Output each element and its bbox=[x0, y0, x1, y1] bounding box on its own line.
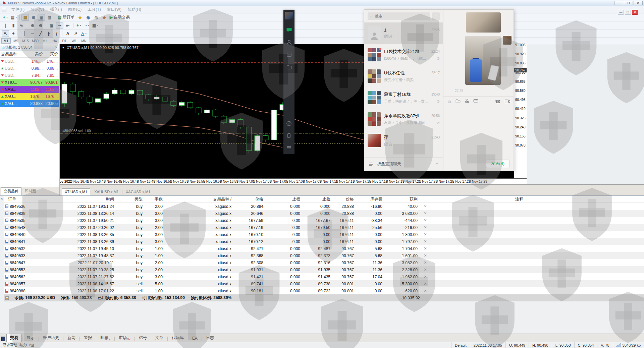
profiles-button[interactable]: ▤▾ bbox=[10, 14, 18, 21]
close-order-button[interactable]: ✕ bbox=[422, 211, 429, 216]
zoom-in-button[interactable]: ⊕ bbox=[29, 22, 36, 29]
market-watch-row[interactable]: XAU...1676...1676... bbox=[0, 93, 59, 100]
fibonacci-button[interactable]: ƒ bbox=[53, 30, 60, 37]
menu-item-3[interactable]: 图表(C) bbox=[65, 7, 85, 12]
orders-column-8[interactable]: 价格 bbox=[334, 196, 358, 202]
text-label-button[interactable]: A bbox=[64, 30, 71, 37]
metaquotes-button[interactable]: ◆ bbox=[76, 14, 84, 21]
chart-dropdown-icon[interactable]: ▼ bbox=[62, 46, 65, 49]
new-order-button[interactable]: ▤新订单 bbox=[57, 14, 75, 21]
horizontal-line-button[interactable]: ─ bbox=[29, 30, 36, 37]
market-watch-row[interactable]: USD...146....146.... bbox=[0, 58, 59, 65]
market-watch-column-1[interactable]: 卖价 bbox=[29, 51, 44, 57]
templates-button[interactable]: ▦▾ bbox=[91, 22, 99, 29]
terminal-tab-9[interactable]: 代码库 bbox=[168, 334, 187, 342]
close-order-button[interactable]: ✕ bbox=[422, 275, 429, 279]
shapes-button[interactable]: △▾ bbox=[80, 30, 88, 37]
chat-list-item[interactable]: U钱不任性22:17麦兜小可爱：确实 bbox=[364, 65, 443, 87]
close-order-button[interactable]: ✕ bbox=[422, 218, 429, 223]
timeframe-h4-button[interactable]: H4 bbox=[50, 38, 59, 44]
timeframe-m5-button[interactable]: M5 bbox=[11, 38, 20, 44]
periods-button[interactable]: ◔▾ bbox=[83, 22, 91, 29]
terminal-side-strip[interactable]: ✕ bbox=[0, 196, 4, 301]
emoji-icon[interactable]: ☺ bbox=[447, 99, 451, 104]
chat-history-icon[interactable] bbox=[473, 99, 478, 104]
order-row[interactable]: 88495482022.11.07 20:26:02buy2.00xauusd.… bbox=[4, 224, 644, 231]
chart-tab-0[interactable]: XTIUSD.x,M1 bbox=[62, 188, 90, 195]
market-watch-tab-1[interactable]: 即时图 bbox=[22, 187, 39, 195]
tile-windows-button[interactable]: ▣ bbox=[48, 22, 55, 29]
orders-column-0[interactable]: 订单 bbox=[4, 196, 54, 202]
orders-column-7[interactable]: 止盈 bbox=[304, 196, 334, 202]
channel-button[interactable]: ∦ bbox=[45, 30, 52, 37]
timeframe-m15-button[interactable]: M15 bbox=[21, 38, 30, 44]
menu-item-1[interactable]: 显示(V) bbox=[28, 7, 47, 12]
close-order-button[interactable]: ✕ bbox=[422, 232, 429, 237]
terminal-tab-6[interactable]: 市场97 bbox=[115, 334, 134, 342]
timeframe-d1-button[interactable]: D1 bbox=[60, 38, 69, 44]
voice-call-icon[interactable]: ☎ bbox=[495, 99, 501, 104]
arrow-tool-button[interactable]: ↗ bbox=[72, 30, 79, 37]
cursor-button[interactable]: ↖ bbox=[2, 30, 9, 37]
order-row[interactable]: 88499882022.11.08 17:01:22sell1.00xtiusd… bbox=[4, 287, 644, 294]
close-order-button[interactable]: ✕ bbox=[422, 268, 429, 272]
market-watch-column-0[interactable]: 交易品种 bbox=[0, 51, 29, 57]
timeframe-mn-button[interactable]: MN bbox=[79, 38, 89, 44]
close-order-button[interactable]: ✕ bbox=[422, 246, 429, 251]
order-row[interactable]: 88495532022.11.07 20:38:25buy2.00xtiusd.… bbox=[4, 266, 644, 273]
order-row[interactable]: 88495622022.11.07 21:27:52buy3.00xtiusd.… bbox=[4, 273, 644, 280]
timeframe-m1-button[interactable]: M1 bbox=[1, 38, 11, 44]
navigator-button[interactable]: ▣ bbox=[38, 14, 45, 21]
market-watch-row[interactable]: XTIU...90.76790.801 bbox=[0, 79, 59, 86]
new-chart-button[interactable]: +▾ bbox=[2, 14, 9, 21]
orders-column-2[interactable]: 类型 bbox=[118, 196, 147, 202]
orders-column-6[interactable]: 止损 bbox=[267, 196, 304, 202]
timeframe-w1-button[interactable]: W1 bbox=[69, 38, 79, 44]
photo-message[interactable] bbox=[466, 12, 501, 33]
order-row[interactable]: 88498572022.11.08 14:15:57sell5.00xtiusd… bbox=[4, 280, 644, 287]
market-watch-button[interactable]: ▦ bbox=[21, 14, 29, 21]
close-order-button[interactable]: ✕ bbox=[422, 239, 429, 244]
timeframe-h1-button[interactable]: H1 bbox=[40, 38, 50, 44]
autotrading-button[interactable]: ▶自动交易 bbox=[109, 14, 131, 21]
terminal-tab-11[interactable]: 日志 bbox=[202, 334, 218, 342]
terminal-tab-5[interactable]: 邮箱7 bbox=[97, 334, 114, 342]
wechat-favorites-icon[interactable] bbox=[286, 52, 292, 59]
order-row[interactable]: 88495362022.11.07 19:51:24buy2.00xagusd.… bbox=[4, 203, 644, 210]
order-row[interactable]: 88498412022.11.08 13:26:39buy3.00xauusd.… bbox=[4, 238, 644, 245]
terminal-tab-4[interactable]: 警报 bbox=[80, 334, 96, 342]
candlestick-chart-button[interactable]: ▮ bbox=[10, 22, 17, 29]
close-order-button[interactable]: ✕ bbox=[422, 282, 429, 286]
market-watch-row[interactable]: XAG...20.88820.905 bbox=[0, 100, 59, 107]
chat-list-item[interactable]: 萍21:43[语音] bbox=[364, 130, 443, 151]
wechat-chats-icon[interactable] bbox=[286, 27, 292, 34]
close-button[interactable]: ✕ bbox=[634, 1, 643, 5]
order-row[interactable]: 88495322022.11.07 19:45:10buy1.00xtiusd.… bbox=[4, 245, 644, 252]
menu-item-2[interactable]: 插入(I) bbox=[47, 7, 65, 12]
minimize-button[interactable]: – bbox=[614, 1, 623, 5]
webterminal-button[interactable]: ◎ bbox=[93, 14, 100, 21]
orders-column-5[interactable]: 价格 bbox=[235, 196, 267, 202]
wechat-contacts-icon[interactable] bbox=[286, 39, 292, 46]
terminal-tab-2[interactable]: 账户历史 bbox=[39, 334, 63, 342]
collapse-pinned-row[interactable]: 折叠置顶聊天 ⌃ bbox=[364, 157, 443, 171]
maximize-button[interactable]: ❐ bbox=[624, 1, 633, 5]
add-chat-button[interactable]: + bbox=[432, 12, 440, 20]
orders-column-12[interactable]: 注释 bbox=[429, 196, 527, 202]
indicators-button[interactable]: +▾ bbox=[75, 22, 83, 29]
wechat-files-icon[interactable] bbox=[286, 64, 292, 71]
menu-item-6[interactable]: 帮助(H) bbox=[124, 7, 144, 12]
orders-column-4[interactable]: 交易品种 / bbox=[167, 196, 235, 202]
close-order-button[interactable]: ✕ bbox=[422, 204, 429, 209]
vertical-line-button[interactable]: │ bbox=[21, 30, 28, 37]
menu-item-4[interactable]: 工具(T) bbox=[85, 7, 104, 12]
market-watch-row[interactable]: USD...7.84...7.85... bbox=[0, 72, 59, 79]
market-watch-column-2[interactable]: 买价 bbox=[44, 51, 59, 57]
search-input[interactable] bbox=[368, 12, 430, 20]
close-order-button[interactable]: ✕ bbox=[422, 289, 429, 293]
chat-list-item[interactable]: 122:25[图片] bbox=[364, 22, 443, 44]
crosshair-button[interactable]: + bbox=[10, 30, 17, 37]
terminal-tab-8[interactable]: 文章 bbox=[152, 334, 167, 342]
wechat-moments-icon[interactable] bbox=[286, 121, 292, 127]
orders-column-10[interactable]: 获利 bbox=[386, 196, 422, 202]
